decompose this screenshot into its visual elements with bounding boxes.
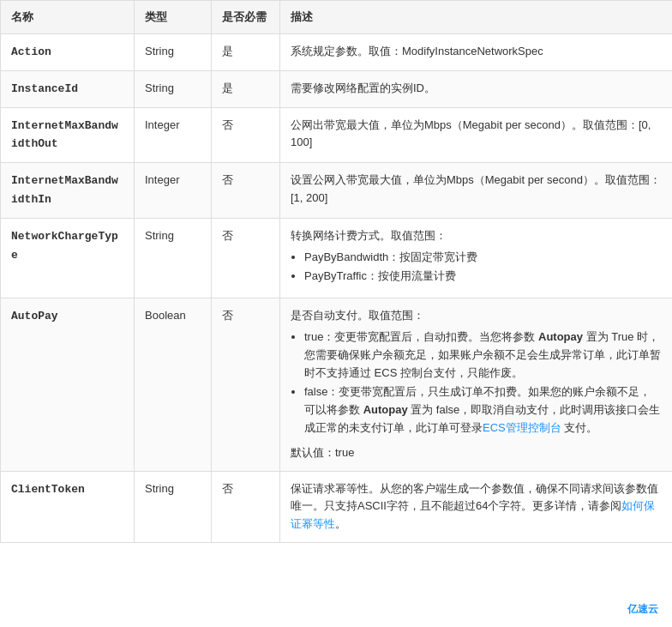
param-required-cell: 是: [212, 70, 280, 107]
header-desc: 描述: [280, 1, 673, 34]
param-required-cell: 否: [212, 107, 280, 163]
header-type: 类型: [135, 1, 212, 34]
table-row: InternetMaxBandwidthOutInteger否公网出带宽最大值，…: [1, 107, 673, 163]
param-name-cell: ClientToken: [1, 471, 135, 542]
param-name-cell: Action: [1, 34, 135, 71]
table-row: ClientTokenString否保证请求幂等性。从您的客户端生成一个参数值，…: [1, 471, 673, 542]
param-type-cell: String: [135, 471, 212, 542]
table-row: ActionString是系统规定参数。取值：ModifyInstanceNet…: [1, 34, 673, 71]
param-type-cell: String: [135, 34, 212, 71]
param-type-cell: Boolean: [135, 298, 212, 471]
param-desc-cell: 需要修改网络配置的实例ID。: [280, 70, 673, 107]
param-required-cell: 否: [212, 163, 280, 219]
params-table: 名称 类型 是否必需 描述 ActionString是系统规定参数。取值：Mod…: [0, 0, 672, 543]
param-name: NetworkChargeType: [11, 230, 118, 262]
param-type-cell: Integer: [135, 107, 212, 163]
table-row: InternetMaxBandwidthInInteger否设置公网入带宽最大值…: [1, 163, 673, 219]
param-desc-cell: 系统规定参数。取值：ModifyInstanceNetworkSpec: [280, 34, 673, 71]
table-row: AutoPayBoolean否是否自动支付。取值范围：true：变更带宽配置后，…: [1, 298, 673, 471]
param-desc-cell: 设置公网入带宽最大值，单位为Mbps（Megabit per second）。取…: [280, 163, 673, 219]
header-required: 是否必需: [212, 1, 280, 34]
param-desc-cell: 是否自动支付。取值范围：true：变更带宽配置后，自动扣费。当您将参数 Auto…: [280, 298, 673, 471]
param-name-cell: AutoPay: [1, 298, 135, 471]
param-type-cell: String: [135, 70, 212, 107]
param-name-cell: InstanceId: [1, 70, 135, 107]
table-row: NetworkChargeTypeString否转换网络计费方式。取值范围：Pa…: [1, 218, 673, 298]
param-type-cell: String: [135, 218, 212, 298]
param-name: Action: [11, 45, 51, 58]
param-type-cell: Integer: [135, 163, 212, 219]
ecs-console-link[interactable]: ECS管理控制台: [483, 421, 561, 434]
param-name: ClientToken: [11, 483, 85, 496]
param-name: InternetMaxBandwidthIn: [11, 174, 118, 206]
param-desc-cell: 公网出带宽最大值，单位为Mbps（Megabit per second）。取值范…: [280, 107, 673, 163]
param-name-cell: NetworkChargeType: [1, 218, 135, 298]
table-row: InstanceIdString是需要修改网络配置的实例ID。: [1, 70, 673, 107]
param-required-cell: 是: [212, 34, 280, 71]
param-name-cell: InternetMaxBandwidthIn: [1, 163, 135, 219]
param-name-cell: InternetMaxBandwidthOut: [1, 107, 135, 163]
param-required-cell: 否: [212, 471, 280, 542]
param-required-cell: 否: [212, 298, 280, 471]
param-desc-cell: 保证请求幂等性。从您的客户端生成一个参数值，确保不同请求间该参数值唯一。只支持A…: [280, 471, 673, 542]
param-name: AutoPay: [11, 310, 58, 323]
idempotent-link[interactable]: 如何保证幂等性: [291, 499, 655, 530]
header-name: 名称: [1, 1, 135, 34]
param-required-cell: 否: [212, 218, 280, 298]
param-desc-cell: 转换网络计费方式。取值范围：PayByBandwidth：按固定带宽计费PayB…: [280, 218, 673, 298]
param-name: InternetMaxBandwidthOut: [11, 119, 118, 151]
param-name: InstanceId: [11, 82, 78, 95]
